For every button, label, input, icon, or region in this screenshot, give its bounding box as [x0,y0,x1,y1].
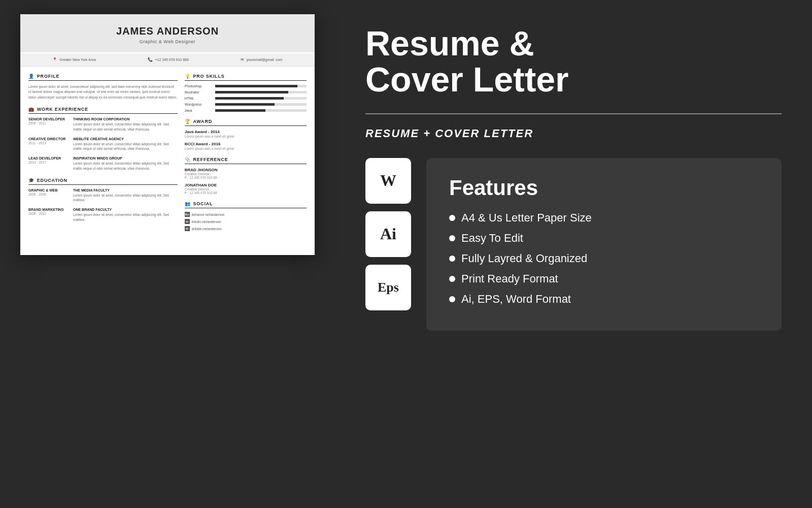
skill-bar-5 [215,109,307,112]
format-badges: W Ai Eps [365,158,411,310]
resume-body: 👤 PROFILE Lorem ipsum dolor sit amet, co… [20,67,315,245]
feature-bullet-3 [449,256,455,262]
edu-left-1: GRAPHIC & WEB 2006 - 2008 [28,188,69,203]
social-section: 👥 SOCIAL Be behance.net/anderson in link… [185,201,307,231]
edu-right-2: ONE BRAND FACULTY Lorem ipsum dolor sit … [73,208,178,223]
ai-badge-label: Ai [380,225,396,243]
skill-bar-4 [215,103,307,106]
linkedin-icon: in [185,219,190,224]
phone-icon: 📞 [148,57,153,62]
skill-name-1: Photoshop [185,84,215,88]
edu-degree-1: GRAPHIC & WEB [28,188,69,192]
ref-role-2: Creative Director [185,187,307,191]
work-position-1: SENIOR DEVELOPER [28,117,69,121]
work-left-2: CREATIVE DIRECTOR 2011 - 2013 [28,137,69,152]
contact-phone: 📞 +12 345 678 910 888 [148,57,188,62]
work-years-2: 2011 - 2013 [28,141,69,145]
education-section-title: 🎓 EDUCATION [28,178,178,183]
profile-section-title: 👤 PROFILE [28,74,178,79]
feature-text-3: Fully Layred & Organized [461,252,587,265]
award-icon: 🏆 [185,119,191,124]
award-name-1: Java Award - 2014 [185,130,307,134]
award-divider [185,125,307,126]
work-company-3: INSPIRATION MINDS GROUP [73,156,178,160]
skill-item: Wordpress [185,103,307,106]
skill-fill-5 [215,109,265,112]
profile-icon: 👤 [28,74,35,79]
skill-fill-3 [215,97,284,100]
work-desc-3: Lorem ipsum dolor sit amet, consectetur … [73,161,178,171]
award-section: 🏆 AWARD Java Award - 2014 Lorem ipsum wa… [185,119,307,150]
skills-divider [185,80,307,81]
ref-name-1: BRAD JHONSON [185,168,307,172]
education-section: 🎓 EDUCATION GRAPHIC & WEB 2006 - 2008 TH… [28,178,178,223]
education-divider [28,184,178,185]
skills-section-title: 💡 PRO SKILLS [185,74,307,79]
work-item: SENIOR DEVELOPER 2008 - 2011 THINKING RO… [28,117,178,132]
skill-bar-3 [215,97,307,100]
skills-icon: 💡 [185,74,191,79]
work-desc-2: Lorem ipsum dolor sit amet, consectetur … [73,142,178,152]
edu-school-2: ONE BRAND FACULTY [73,208,178,211]
behance-icon: Be [185,212,190,217]
education-icon: 🎓 [28,178,35,183]
edu-years-1: 2006 - 2008 [28,193,69,196]
ref-role-1: Creative Director [185,172,307,176]
edu-desc-2: Lorem ipsum dolor sit amet, consectetur … [73,212,178,223]
edu-item: GRAPHIC & WEB 2006 - 2008 THE MEDIA FACU… [28,188,178,203]
email-icon: ✉ [241,57,244,62]
word-badge: W [365,158,411,204]
social-section-title: 👥 SOCIAL [185,201,307,206]
skill-item: Photoshop [185,84,307,88]
reference-icon: 📎 [185,157,191,162]
edu-right-1: THE MEDIA FACULTY Lorem ipsum dolor sit … [73,188,178,203]
left-panel: JAMES ANDERSON Graphic & Web Designer 📍 … [0,0,335,508]
ref-name-2: JONATHAN DOE [185,183,307,187]
social-icon: 👥 [185,201,191,206]
skill-fill-2 [215,91,288,93]
skill-bar-2 [215,91,307,93]
work-right-3: INSPIRATION MINDS GROUP Lorem ipsum dolo… [73,156,178,171]
feature-bullet-4 [449,276,455,282]
resume-title: Graphic & Web Designer [30,39,304,44]
work-right-1: THINKING ROOM CORPORATION Lorem ipsum do… [73,117,178,132]
skill-item: Java [185,109,307,112]
profile-text: Lorem ipsum dolor sit amet, consectetuer… [28,84,178,100]
work-divider [28,113,178,114]
contact-email: ✉ youremail@gmail .com [241,57,282,62]
work-position-3: LEAD DEVELOPER [28,156,69,160]
resume-preview: JAMES ANDERSON Graphic & Web Designer 📍 … [20,14,315,255]
skill-name-5: Java [185,109,215,112]
eps-badge: Eps [365,265,411,310]
work-icon: 💼 [28,107,35,112]
eps-badge-label: Eps [378,280,399,295]
award-desc-2: Lorem ipsum was a meet sit great [185,147,307,150]
product-subtitle: RESUME + COVER LETTER [365,127,782,140]
reference-section: 📎 REFFERENCE BRAD JHONSON Creative Direc… [185,157,307,195]
location-icon: 📍 [52,57,57,62]
features-title: Features [449,176,759,200]
ref-phone-1: P : 12 345 678 910 88 [185,176,307,179]
work-item: CREATIVE DIRECTOR 2011 - 2013 WEBLITE CR… [28,137,178,152]
edu-years-2: 2008 - 2010 [28,212,69,215]
contact-location: 📍 Greater New York Area [52,57,96,62]
resume-right-column: 💡 PRO SKILLS Photoshop Illustrator [185,74,307,238]
work-left-3: LEAD DEVELOPER 2013 - 2017 [28,156,69,171]
edu-left-2: BRAND MARKETING 2008 - 2010 [28,208,69,223]
resume-header: JAMES ANDERSON Graphic & Web Designer [20,14,315,52]
feature-text-4: Print Ready Format [461,272,558,285]
bottom-section: W Ai Eps Features A4 & Us Letter Paper S… [365,158,782,331]
work-position-2: CREATIVE DIRECTOR [28,137,69,141]
feature-item-1: A4 & Us Letter Paper Size [449,211,759,225]
feature-text-2: Easy To Edit [461,232,523,245]
work-company-1: THINKING ROOM CORPORATION [73,117,178,121]
feature-text-1: A4 & Us Letter Paper Size [461,211,592,225]
feature-item-4: Print Ready Format [449,272,759,285]
profile-divider [28,80,178,81]
right-panel: Resume & Cover Letter RESUME + COVER LET… [335,0,812,508]
social-item-dribbble: dr dribble.net/anderson [185,226,307,231]
work-right-2: WEBLITE CREATIVE AGENCY Lorem ipsum dolo… [73,137,178,152]
work-left-1: SENIOR DEVELOPER 2008 - 2011 [28,117,69,132]
edu-degree-2: BRAND MARKETING [28,208,69,211]
feature-item-2: Easy To Edit [449,232,759,245]
